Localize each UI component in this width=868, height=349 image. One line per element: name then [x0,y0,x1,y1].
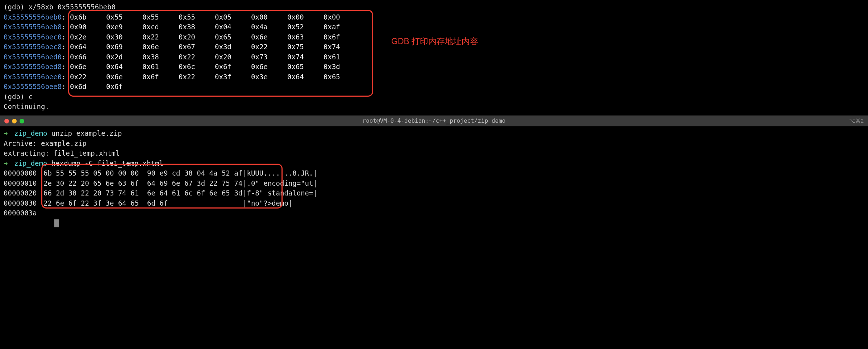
terminal-shortcut-label: ⌥⌘2 [849,117,864,125]
hex-byte: 0x38 [179,22,215,32]
hex-byte: 0x69 [106,42,142,52]
gdb-continue-command: (gdb) c [4,92,864,102]
hex-byte: 0xe9 [106,22,142,32]
hexdump-row: 000000102e 30 22 20 65 6e 63 6f 64 69 6e… [4,178,864,189]
hexdump-row: 000000006b 55 55 55 05 00 00 00 90 e9 cd… [4,168,864,178]
memory-address: 0x55555556beb8 [4,23,62,31]
hexdump-bytes: 66 2d 38 22 20 73 74 61 6e 64 61 6c 6f 6… [43,188,243,198]
hex-byte: 0x6f [215,62,251,72]
gdb-continuing-text: Continuing. [4,102,864,112]
memory-address: 0x55555556bed0 [4,53,62,61]
window-controls [4,119,24,123]
prompt-dir: zip_demo [14,159,47,167]
prompt-arrow-icon: ➜ [4,129,8,137]
maximize-icon[interactable] [20,119,24,123]
memory-row: 0x55555556bee0: 0x220x6e0x6f0x220x3f0x3e… [4,72,864,82]
hexdump-ascii: |"no"?>demo| [243,198,292,209]
hexdump-row: 0000002066 2d 38 22 20 73 74 61 6e 64 61… [4,188,864,198]
command-line-2: ➜ zip_demo hexdump -C file1_temp.xhtml [4,159,864,169]
hex-byte: 0xaf [324,22,360,32]
hex-byte: 0x6e [70,62,106,72]
annotation-gdb-memory: GDB 打印内存地址内容 [391,35,478,47]
hex-byte: 0x22 [179,52,215,62]
memory-address: 0x55555556bee0 [4,73,62,81]
hex-byte: 0x65 [215,32,251,42]
hex-byte: 0xcd [142,22,179,32]
prompt-dir: zip_demo [14,129,47,137]
minimize-icon[interactable] [12,119,17,123]
terminal-output-section: ➜ zip_demo unzip example.zip Archive: ex… [0,126,868,230]
hex-byte: 0x00 [287,12,324,22]
hex-byte: 0x6b [70,12,106,22]
hex-byte: 0x65 [287,62,324,72]
terminal-cursor [54,219,59,227]
command-text: hexdump -C file1_temp.xhtml [47,159,163,167]
gdb-output-section: (gdb) x/58xb 0x55555556beb0 0x55555556be… [0,0,868,115]
hexdump-ascii: |kUUU.......8.JR.| [243,168,317,178]
memory-address: 0x55555556bed8 [4,63,62,71]
memory-address: 0x55555556beb0 [4,13,62,21]
memory-row: 0x55555556bed0: 0x660x2d0x380x220x200x73… [4,52,864,62]
hex-byte: 0x66 [70,52,106,62]
hexdump-end-offset: 0000003a [4,208,864,218]
memory-row: 0x55555556beb0: 0x6b0x550x550x550x050x00… [4,12,864,22]
hex-byte: 0x6e [142,42,179,52]
hex-byte: 0x20 [215,52,251,62]
hexdump-ascii: |.0" encoding="ut| [243,178,317,189]
hex-byte: 0x73 [251,52,287,62]
hex-byte: 0x75 [287,42,324,52]
hexdump-bytes: 2e 30 22 20 65 6e 63 6f 64 69 6e 67 3d 2… [43,178,243,189]
hex-byte: 0x90 [70,22,106,32]
memory-address: 0x55555556bee8 [4,83,62,91]
hex-byte: 0x64 [287,72,324,82]
hex-byte: 0x3d [324,62,360,72]
hex-byte: 0x61 [142,62,179,72]
hex-byte: 0x4a [251,22,287,32]
hex-byte: 0x55 [106,12,142,22]
memory-row: 0x55555556bee8: 0x6d0x6f [4,82,864,92]
hex-byte: 0x6f [324,32,360,42]
hex-byte: 0x2e [70,32,106,42]
terminal-title-bar[interactable]: root@VM-0-4-debian:~/c++_project/zip_dem… [0,115,868,126]
hex-byte: 0x3e [251,72,287,82]
archive-line: Archive: example.zip [4,139,864,149]
memory-row: 0x55555556bed8: 0x6e0x640x610x6c0x6f0x6e… [4,62,864,72]
hexdump-offset: 00000020 [4,188,43,198]
hex-byte: 0x52 [287,22,324,32]
memory-address: 0x55555556bec8 [4,43,62,51]
memory-address: 0x55555556bec0 [4,33,62,41]
command-text: unzip example.zip [47,129,122,137]
extracting-line: extracting: file1_temp.xhtml [4,148,864,159]
hex-byte: 0x3d [215,42,251,52]
hex-byte: 0x00 [251,12,287,22]
hex-byte: 0x22 [179,72,215,82]
hex-byte: 0x67 [179,42,215,52]
hex-byte: 0x3f [215,72,251,82]
cursor-line [4,218,864,228]
hexdump-offset: 00000030 [4,198,43,209]
hex-byte: 0x30 [106,32,142,42]
hex-byte: 0x61 [324,52,360,62]
hexdump-row: 0000003022 6e 6f 22 3f 3e 64 65 6d 6f|"n… [4,198,864,209]
hexdump-bytes: 6b 55 55 55 05 00 00 00 90 e9 cd 38 04 4… [43,168,243,178]
hex-byte: 0x20 [179,32,215,42]
hex-byte: 0x74 [324,42,360,52]
gdb-examine-command: (gdb) x/58xb 0x55555556beb0 [4,2,864,12]
hex-byte: 0x63 [287,32,324,42]
hexdump-bytes: 22 6e 6f 22 3f 3e 64 65 6d 6f [43,198,243,209]
hex-byte: 0x6c [179,62,215,72]
hex-byte: 0x22 [70,72,106,82]
hex-byte: 0x6e [251,32,287,42]
hexdump-ascii: |f-8" standalone=| [243,188,317,198]
close-icon[interactable] [4,119,9,123]
hex-byte: 0x04 [215,22,251,32]
hex-byte: 0x64 [70,42,106,52]
hex-byte: 0x38 [142,52,179,62]
hexdump-offset: 00000000 [4,168,43,178]
hex-byte: 0x6d [70,82,106,92]
hex-byte: 0x6f [142,72,179,82]
hex-byte: 0x6e [106,72,142,82]
hex-byte: 0x55 [179,12,215,22]
hex-byte: 0x6f [106,82,142,92]
memory-row: 0x55555556beb8: 0x900xe90xcd0x380x040x4a… [4,22,864,32]
